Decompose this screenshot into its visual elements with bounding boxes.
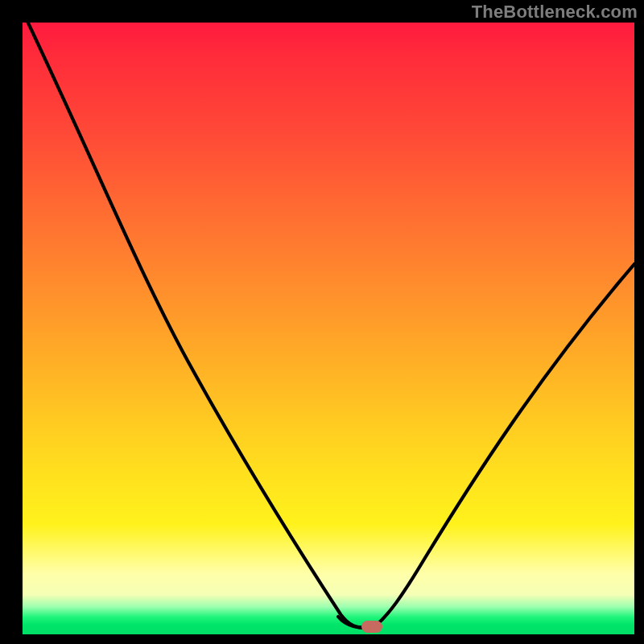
chart-panel <box>23 23 634 634</box>
watermark-text: TheBottleneck.com <box>472 2 638 23</box>
chart-stage: TheBottleneck.com <box>0 0 644 644</box>
gradient-background <box>23 23 634 634</box>
